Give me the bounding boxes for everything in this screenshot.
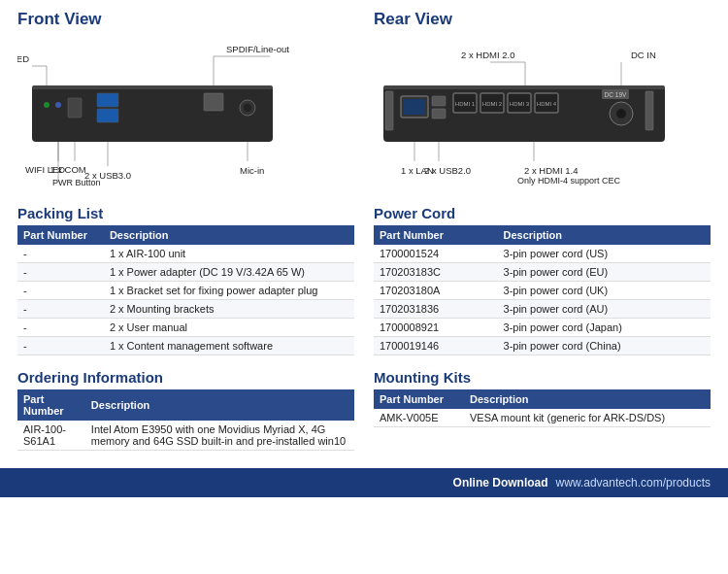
- svg-rect-25: [432, 109, 446, 118]
- dc-in-label: DC IN: [631, 50, 656, 60]
- svg-rect-7: [204, 93, 223, 111]
- com-label: 1 x COM: [50, 164, 86, 175]
- table-row: -2 x Mounting brackets: [17, 300, 354, 319]
- table-row: 17020318363-pin power cord (AU): [374, 300, 711, 319]
- packing-list-table: Part Number Description -1 x AIR-100 uni…: [17, 225, 354, 355]
- table-row: 170203183C3-pin power cord (EU): [374, 263, 711, 282]
- packing-col-partnumber: Part Number: [17, 225, 104, 245]
- usb20-label: 2 x USB2.0: [424, 165, 471, 176]
- svg-rect-21: [385, 91, 393, 130]
- ordering-col-description: Description: [85, 389, 354, 421]
- table-row: -1 x AIR-100 unit: [17, 245, 354, 263]
- table-row: -1 x Content management software: [17, 337, 354, 355]
- svg-text:DC 19V: DC 19V: [605, 91, 627, 98]
- footer-bar: Online Download www.advantech.com/produc…: [0, 468, 728, 497]
- hdd-led-label: HDD LED: [17, 53, 29, 64]
- mounting-col-partnumber: Part Number: [374, 389, 464, 409]
- svg-rect-24: [432, 96, 446, 106]
- table-row: 17000191463-pin power cord (China): [374, 337, 711, 355]
- hdmi20-label: 2 x HDMI 2.0: [461, 50, 514, 60]
- table-row: -1 x Bracket set for fixing power adapte…: [17, 282, 354, 300]
- powercord-col-partnumber: Part Number: [374, 225, 498, 245]
- mounting-kits-title: Mounting Kits: [374, 369, 711, 386]
- usb3-label: 2 x USB3.0: [84, 170, 131, 181]
- table-row: 170203180A3-pin power cord (UK): [374, 282, 711, 300]
- front-view-svg: HDD LED WIFI LED 1 x COM PWR Button 2 x …: [17, 35, 328, 186]
- spdif-label: SPDIF/Line-out: [226, 44, 289, 54]
- packing-list-title: Packing List: [17, 205, 354, 221]
- table-row: -2 x User manual: [17, 319, 354, 337]
- ordering-title: Ordering Information: [17, 369, 354, 386]
- svg-text:HDMI 4: HDMI 4: [537, 101, 557, 107]
- svg-rect-6: [97, 109, 118, 122]
- svg-point-9: [244, 104, 251, 112]
- powercord-col-description: Description: [498, 225, 711, 245]
- hdmi4-note-label: Only HDMI-4 support CEC: [517, 176, 621, 186]
- front-view-title: Front View: [17, 10, 354, 29]
- power-cord-title: Power Cord: [374, 205, 711, 221]
- mounting-col-description: Description: [464, 389, 711, 409]
- rear-view-svg: HDMI 1 HDMI 2 HDMI 3 HDMI 4 DC 19V DC I: [374, 35, 704, 186]
- right-tables-section: Power Cord Part Number Description 17000…: [374, 205, 711, 451]
- svg-text:HDMI 3: HDMI 3: [510, 101, 530, 107]
- rear-view-diagram: HDMI 1 HDMI 2 HDMI 3 HDMI 4 DC 19V DC I: [374, 35, 711, 195]
- table-row: AIR-100-S61A1Intel Atom E3950 with one M…: [17, 421, 354, 451]
- svg-rect-5: [97, 93, 118, 107]
- svg-text:HDMI 1: HDMI 1: [455, 101, 476, 107]
- svg-point-3: [55, 102, 61, 108]
- power-cord-table: Part Number Description 17000015243-pin …: [374, 225, 711, 355]
- packing-col-description: Description: [104, 225, 354, 245]
- table-row: 17000089213-pin power cord (Japan): [374, 319, 711, 337]
- svg-text:HDMI 2: HDMI 2: [482, 101, 503, 107]
- footer-url: www.advantech.com/products: [556, 476, 711, 490]
- svg-rect-36: [645, 91, 653, 130]
- hdmi14-label: 2 x HDMI 1.4: [524, 165, 578, 176]
- svg-point-35: [616, 109, 626, 118]
- mounting-kits-table: Part Number Description AMK-V005EVESA mo…: [374, 389, 711, 427]
- front-view-diagram: HDD LED WIFI LED 1 x COM PWR Button 2 x …: [17, 35, 354, 195]
- svg-point-2: [44, 102, 50, 108]
- packing-list-section: Packing List Part Number Description -1 …: [17, 205, 354, 451]
- rear-view-title: Rear View: [374, 10, 711, 29]
- ordering-table: Part Number Description AIR-100-S61A1Int…: [17, 389, 354, 451]
- ordering-col-partnumber: Part Number: [17, 389, 85, 421]
- svg-rect-4: [68, 98, 82, 118]
- footer-label: Online Download: [453, 476, 548, 490]
- svg-rect-23: [404, 99, 425, 115]
- mic-label: Mic-in: [240, 165, 264, 176]
- table-row: -1 x Power adapter (DC 19 V/3.42A 65 W): [17, 263, 354, 282]
- svg-rect-1: [32, 85, 273, 89]
- table-row: 17000015243-pin power cord (US): [374, 245, 711, 263]
- svg-rect-20: [383, 85, 665, 89]
- table-row: AMK-V005EVESA mount kit (generic for ARK…: [374, 409, 711, 427]
